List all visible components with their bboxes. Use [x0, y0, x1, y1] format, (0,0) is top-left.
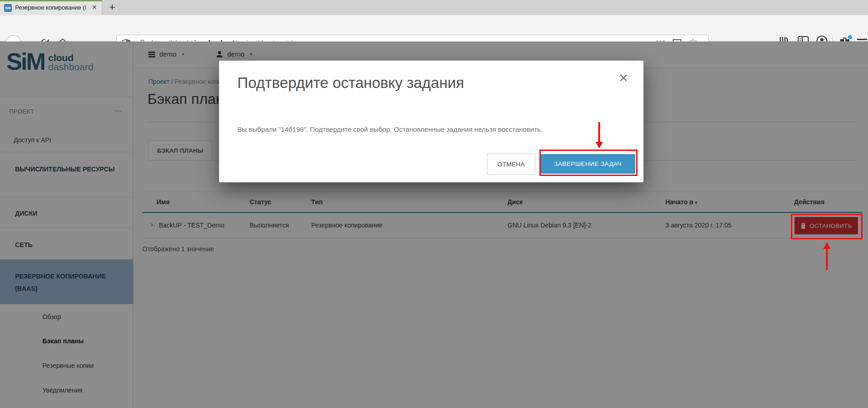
annotation-arrow-up-head [823, 242, 831, 249]
annotation-highlight-confirm-button [539, 150, 638, 176]
annotation-arrow-down-head [596, 142, 603, 149]
cancel-button[interactable]: ОТМЕНА [487, 154, 535, 175]
tab-close-icon[interactable]: × [90, 3, 99, 12]
dialog-close-icon[interactable]: × [619, 69, 628, 87]
new-tab-button[interactable]: + [106, 1, 119, 14]
tab-bar: SM Резервное копирование (Ба × + [0, 0, 868, 15]
dialog-title: Подтвердите остановку задания [237, 74, 464, 92]
browser-tab[interactable]: SM Резервное копирование (Ба × [0, 0, 102, 15]
tab-title: Резервное копирование (Ба [15, 4, 86, 11]
annotation-arrow-down-shaft [598, 122, 600, 143]
dialog-body-text: Вы выбрали "146198". Подтвердите свой вы… [237, 125, 543, 133]
annotation-arrow-up-shaft [826, 248, 828, 270]
annotation-highlight-stop-button [791, 214, 863, 239]
favicon: SM [4, 4, 12, 12]
active-tab-indicator [0, 0, 102, 1]
browser-window: SM Резервное копирование (Ба × + ← → htt… [0, 0, 868, 408]
notification-dot [848, 35, 852, 39]
nav-toolbar: ← → https://cloud.sim-cloud.net/project/… [0, 15, 868, 41]
